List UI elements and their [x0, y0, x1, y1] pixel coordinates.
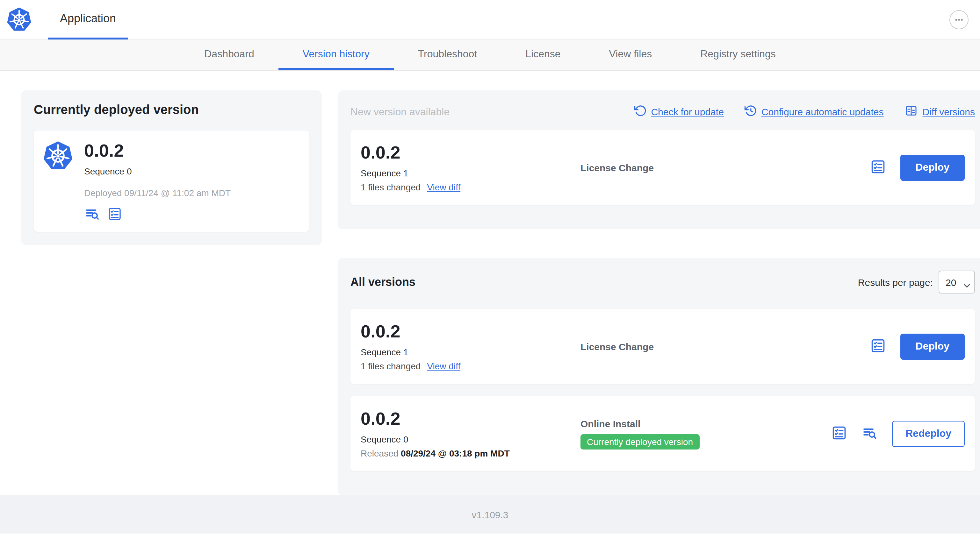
- diff-icon: [904, 105, 918, 119]
- app-footer: v1.109.3: [0, 495, 980, 533]
- kubernetes-logo-icon: [6, 7, 32, 32]
- deployed-version-card: 0.0.2 Sequence 0 Deployed 09/11/24 @ 11:…: [34, 130, 309, 232]
- new-version-card: New version available Check for update: [338, 90, 980, 229]
- redeploy-button[interactable]: Redeploy: [892, 421, 965, 447]
- kubernetes-app-icon: [43, 141, 73, 171]
- release-notes-button[interactable]: [84, 206, 101, 224]
- release-notes-icon: [861, 425, 878, 442]
- currently-deployed-badge: Currently deployed version: [581, 434, 699, 449]
- row-sequence: Sequence 1: [361, 168, 581, 178]
- nav-item-dashboard[interactable]: Dashboard: [180, 40, 278, 70]
- checklist-icon: [869, 158, 886, 177]
- deploy-button[interactable]: Deploy: [900, 154, 965, 181]
- checklist-icon: [869, 337, 886, 355]
- preflight-checks-button[interactable]: [869, 158, 886, 177]
- more-options-button[interactable]: [950, 10, 969, 29]
- row-sequence: Sequence 0: [361, 434, 581, 444]
- row-sequence: Sequence 1: [361, 347, 581, 357]
- preflight-checks-button[interactable]: [831, 424, 848, 443]
- results-per-page-select-wrap: 20: [939, 271, 975, 294]
- nav-item-version-history[interactable]: Version history: [278, 40, 394, 70]
- checklist-icon: [831, 424, 848, 443]
- section-nav: Dashboard Version history Troubleshoot L…: [0, 40, 980, 71]
- released-date: 08/29/24 @ 03:18 pm MDT: [401, 448, 510, 459]
- all-versions-title: All versions: [350, 275, 415, 289]
- diff-versions-link[interactable]: Diff versions: [904, 105, 975, 119]
- configure-automatic-updates-link[interactable]: Configure automatic updates: [744, 105, 884, 119]
- deployed-timestamp: Deployed 09/11/24 @ 11:02 am MDT: [84, 188, 231, 198]
- check-for-update-link[interactable]: Check for update: [634, 105, 724, 119]
- nav-item-license[interactable]: License: [501, 40, 585, 70]
- results-per-page-label: Results per page:: [858, 277, 933, 287]
- deployed-sequence: Sequence 0: [84, 166, 231, 176]
- new-version-title: New version available: [350, 106, 450, 117]
- deploy-button[interactable]: Deploy: [900, 333, 965, 359]
- checklist-icon: [107, 206, 123, 224]
- deployed-version-number: 0.0.2: [84, 141, 231, 161]
- version-source-label: License Change: [581, 341, 869, 352]
- version-source-label: License Change: [581, 162, 869, 173]
- release-notes-icon: [84, 206, 101, 224]
- view-diff-link[interactable]: View diff: [427, 361, 460, 371]
- version-row: 0.0.2 Sequence 1 1 files changed View di…: [350, 309, 975, 384]
- refresh-icon: [634, 105, 646, 119]
- row-version-number: 0.0.2: [361, 143, 581, 163]
- release-notes-button[interactable]: [861, 425, 878, 442]
- new-version-row: 0.0.2 Sequence 1 1 files changed View di…: [350, 130, 975, 205]
- schedule-update-icon: [744, 105, 757, 119]
- nav-item-troubleshoot[interactable]: Troubleshoot: [394, 40, 501, 70]
- main-content: Currently deployed version: [0, 71, 980, 495]
- nav-item-view-files[interactable]: View files: [585, 40, 676, 70]
- view-diff-link[interactable]: View diff: [427, 182, 460, 192]
- app-tab-label: Application: [60, 12, 116, 25]
- currently-deployed-title: Currently deployed version: [34, 103, 309, 117]
- currently-deployed-card: Currently deployed version: [21, 90, 322, 245]
- files-changed-label: 1 files changed: [361, 361, 420, 371]
- nav-item-registry-settings[interactable]: Registry settings: [676, 40, 800, 70]
- top-header: Application: [0, 0, 980, 40]
- row-version-number: 0.0.2: [361, 322, 581, 342]
- right-column: New version available Check for update: [338, 90, 980, 495]
- console-version: v1.109.3: [471, 509, 508, 533]
- app-window: Application Dashboard Version history Tr…: [0, 0, 980, 538]
- preflight-checks-button[interactable]: [869, 337, 886, 355]
- version-source-label: Online Install: [581, 418, 831, 429]
- tab-application[interactable]: Application: [48, 0, 128, 40]
- all-versions-card: All versions Results per page: 20: [338, 258, 980, 495]
- ellipsis-icon: [952, 13, 966, 27]
- released-prefix: Released: [361, 448, 398, 459]
- version-row: 0.0.2 Sequence 0 Released 08/29/24 @ 03:…: [350, 396, 975, 471]
- preflight-checks-button[interactable]: [107, 206, 123, 224]
- row-version-number: 0.0.2: [361, 409, 581, 429]
- results-per-page-select[interactable]: 20: [939, 271, 975, 294]
- files-changed-label: 1 files changed: [361, 182, 420, 192]
